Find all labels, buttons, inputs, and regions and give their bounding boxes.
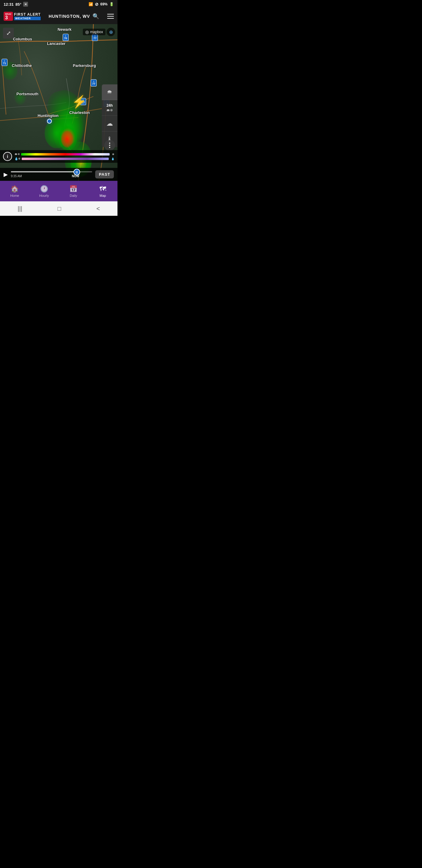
- top-nav: WSAZ 3 FIRST ALERT WEATHER HUNTINGTON, W…: [0, 8, 118, 24]
- nav-item-daily[interactable]: 📅 Daily: [59, 181, 88, 201]
- no-disturb-icon: ⊘: [95, 2, 98, 7]
- status-right: 📶 ⊘ 69% 🔋: [89, 2, 114, 7]
- map-icon: 🗺: [99, 185, 106, 193]
- logo-text: FIRST ALERT WEATHER: [14, 12, 41, 20]
- map-layers-panel: 🌧 24h 🌧❄ ☁ 🌡: [102, 84, 118, 147]
- channel-number: 3: [5, 16, 11, 20]
- menu-line-3: [107, 18, 114, 19]
- system-back-button[interactable]: <: [92, 203, 105, 215]
- start-time: 9:35 AM: [11, 175, 22, 178]
- logo-container: WSAZ 3 FIRST ALERT WEATHER: [4, 12, 41, 21]
- shield-i70: I70: [62, 33, 69, 41]
- temperature: 85°: [15, 2, 21, 7]
- snow-legend-icon: 💧❄: [14, 157, 21, 160]
- 24h-layer-button[interactable]: 24h 🌧❄: [102, 100, 118, 116]
- home-label: Home: [10, 194, 19, 197]
- snow-legend-row: 💧❄ 💧: [14, 157, 115, 160]
- expand-map-button[interactable]: ⤢: [3, 28, 14, 38]
- more-options-icon: [109, 143, 110, 148]
- city-columbus-label: Columbus: [13, 37, 32, 41]
- map-container[interactable]: Newark Lancaster Chillicothe Parkersburg…: [0, 24, 118, 181]
- location-target-btn[interactable]: ⊕: [107, 28, 115, 36]
- hourly-icon: 🕐: [40, 185, 48, 193]
- wsaz-label: WSAZ: [5, 13, 11, 15]
- legend-scales: 🌧❄ ❄ 💧❄ 💧: [14, 153, 115, 160]
- battery-icon: 🔋: [109, 2, 114, 6]
- more-options-button[interactable]: [104, 140, 115, 151]
- timeline-fill: [11, 171, 80, 173]
- daily-icon: 📅: [69, 185, 77, 193]
- menu-button[interactable]: [107, 14, 114, 19]
- menu-line-1: [107, 14, 114, 14]
- shield-i77-mid: I77: [90, 79, 97, 87]
- shield-i71: I71: [1, 59, 8, 66]
- snow-marker: ❄: [112, 153, 115, 156]
- first-alert-text: FIRST ALERT: [14, 12, 41, 17]
- time: 12:31: [4, 2, 13, 7]
- hourly-label: Hourly: [39, 194, 49, 197]
- timeline-track: |||: [11, 171, 92, 173]
- rain-legend-row: 🌧❄ ❄: [14, 153, 115, 156]
- nav-item-hourly[interactable]: 🕐 Hourly: [30, 181, 59, 201]
- cloud-icon: ☁: [106, 120, 113, 127]
- rain-gradient: [21, 153, 110, 156]
- weather-band-text: WEATHER: [14, 17, 41, 20]
- info-button[interactable]: i: [3, 152, 12, 161]
- menu-line-2: [107, 16, 114, 17]
- timeline[interactable]: ||| 9:35 AM NOW: [11, 171, 92, 178]
- precip-marker: 💧: [111, 157, 115, 160]
- timeline-thumb-icon: |||: [75, 170, 78, 174]
- nav-item-map[interactable]: 🗺 Map: [88, 181, 118, 201]
- map-label: Map: [100, 194, 106, 197]
- cloud-layer-button[interactable]: ☁: [102, 116, 118, 131]
- now-label: NOW: [72, 175, 79, 178]
- 24h-icon: 🌧❄: [106, 108, 113, 113]
- rain-legend-icon: 🌧❄: [14, 153, 20, 156]
- mapbox-label: mapbox: [90, 30, 103, 34]
- rain-layer-button[interactable]: 🌧: [102, 84, 118, 100]
- status-left: 12:31 85° ✕: [4, 2, 28, 7]
- radar-controls: ▶ ||| 9:35 AM NOW PAST: [0, 168, 118, 181]
- mapbox-attribution: ◎ mapbox ⊕: [83, 28, 115, 36]
- city-name: HUNTINGTON, WV: [48, 14, 90, 19]
- info-icon: i: [7, 154, 8, 159]
- system-menu-button[interactable]: |||: [13, 203, 27, 215]
- channel-badge: WSAZ 3: [4, 12, 13, 21]
- shield-i77-low: I77: [80, 98, 87, 105]
- legend-bar: i 🌧❄ ❄ 💧❄ 💧: [0, 150, 118, 163]
- nav-item-home[interactable]: 🏠 Home: [0, 181, 30, 201]
- home-icon: 🏠: [10, 185, 19, 193]
- 24h-label: 24h: [107, 103, 113, 107]
- bottom-nav: 🏠 Home 🕐 Hourly 📅 Daily 🗺 Map: [0, 181, 118, 201]
- daily-label: Daily: [70, 194, 77, 197]
- play-button[interactable]: ▶: [4, 171, 8, 178]
- system-home-button[interactable]: □: [53, 203, 66, 215]
- system-nav: ||| □ <: [0, 201, 118, 216]
- timeline-labels: 9:35 AM: [11, 175, 92, 178]
- mapbox-compass: ◎: [85, 30, 89, 34]
- status-bar: 12:31 85° ✕ 📶 ⊘ 69% 🔋: [0, 0, 118, 8]
- location-display: HUNTINGTON, WV 🔍: [48, 13, 99, 20]
- search-icon[interactable]: 🔍: [93, 13, 99, 20]
- close-icon: ✕: [23, 2, 28, 7]
- battery-level: 69%: [100, 2, 107, 6]
- rain-layer-icon: 🌧: [107, 89, 112, 95]
- past-button[interactable]: PAST: [95, 170, 114, 179]
- wifi-icon: 📶: [89, 2, 93, 6]
- snow-gradient: [22, 158, 109, 160]
